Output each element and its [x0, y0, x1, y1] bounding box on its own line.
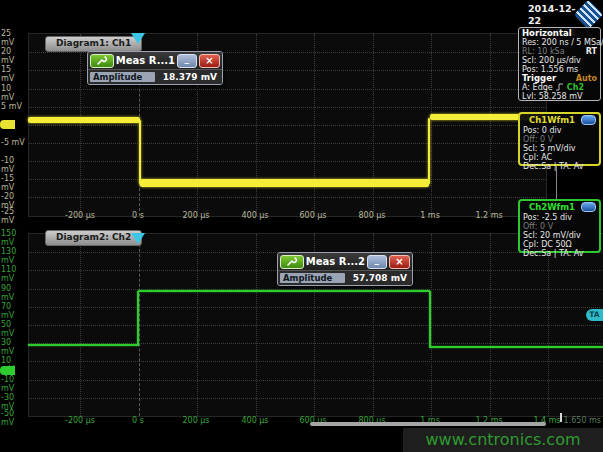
ch2-ground-marker[interactable]: C2	[0, 366, 15, 375]
y-axis-label: -5 mV	[1, 138, 26, 147]
pos-value: -2.5 div	[542, 213, 572, 222]
ch1-cpl-row: Cpl: AC	[523, 153, 596, 162]
gridline	[29, 361, 603, 362]
ch2-waveform-panel[interactable]: Ch2Wfm1 Pos: -2.5 div Off: 0 V Scl: 20 m…	[518, 199, 601, 253]
rl-value: 10 kSa	[537, 47, 564, 56]
ch1-trace-high-left	[28, 117, 140, 123]
trigger-a-label: A:	[522, 83, 530, 92]
horizontal-position-marker[interactable]	[560, 413, 562, 422]
x-axis-label: 200 µs	[182, 416, 209, 425]
meas2-param-label: Amplitude	[280, 273, 345, 283]
gridline	[80, 34, 81, 216]
ch1-dec-row: Dec:Sa | TA: Av	[523, 162, 596, 171]
gridline	[490, 234, 491, 416]
y-axis-label: -10 mV	[1, 156, 26, 174]
tab-diagram2[interactable]: Diagram2: Ch2	[45, 230, 142, 246]
ch1-pos-row: Pos: 0 div	[523, 126, 596, 135]
horizontal-scrollbar[interactable]	[310, 422, 546, 426]
meas1-result-row: Amplitude 18.379 mV	[88, 69, 222, 84]
gridline	[197, 234, 198, 416]
gridline	[314, 34, 315, 216]
rt-badge: RT	[586, 47, 597, 56]
cpl-label: Cpl:	[523, 240, 539, 249]
x-axis-label: 0 s	[132, 416, 144, 425]
off-value: 0 V	[540, 222, 553, 231]
tab-diagram1[interactable]: Diagram1: Ch1	[45, 36, 142, 52]
ch2-trace-low-right	[430, 346, 603, 348]
horizontal-panel-title: Horizontal	[522, 29, 597, 38]
ch1-ground-marker[interactable]: C1	[0, 120, 15, 129]
y-axis-label: 25 mV	[1, 29, 26, 47]
ch1-trace-falling-edge	[139, 120, 141, 184]
ch2-pos-row: Pos: -2.5 div	[523, 213, 596, 222]
x-axis-label: 1.2 ms	[475, 211, 502, 220]
gridline	[256, 34, 257, 216]
meas1-close-button[interactable]: ×	[199, 54, 220, 68]
meas2-value: 57.708 mV	[345, 273, 410, 283]
meas2-settings-button[interactable]	[280, 255, 304, 269]
meas1-minimize-button[interactable]: _	[177, 54, 197, 68]
gridline	[29, 307, 603, 308]
res-label: Res:	[522, 38, 539, 47]
y-axis-label: 50 mV	[1, 320, 26, 338]
panel-options-icon[interactable]	[581, 115, 596, 125]
oscilloscope-screen: 2014-12-22 03:55:44 25 mV 20 mV 15 mV 10…	[0, 0, 603, 452]
gridline	[431, 234, 432, 416]
off-label: Off:	[523, 135, 538, 144]
ch2-dec-row: Dec:Sa | TA: Av	[523, 249, 596, 258]
y-axis-label: 10 mV	[1, 84, 26, 102]
meas2-minimize-button[interactable]: _	[367, 255, 387, 269]
meas2-header: Meas R...2 _ ×	[278, 253, 412, 270]
gridline	[29, 380, 603, 381]
y-axis-label: 70 mV	[1, 302, 26, 320]
meas-result-popup-1[interactable]: Meas R...1 _ × Amplitude 18.379 mV	[87, 51, 223, 85]
ch2-off-row: Off: 0 V	[523, 222, 596, 231]
ch1-waveform-panel[interactable]: Ch1Wfm1 Pos: 0 div Off: 0 V Scl: 5 mV/di…	[518, 112, 601, 166]
cpl-value: DC 50Ω	[541, 240, 572, 249]
y-axis-label: -10 mV	[1, 375, 26, 393]
x-axis-label: -200 µs	[65, 416, 95, 425]
scl-label: Scl:	[522, 56, 536, 65]
gridline	[431, 34, 432, 216]
trigger-type: Edge	[533, 83, 553, 92]
gridline	[29, 161, 546, 162]
meas2-result-row: Amplitude 57.708 mV	[278, 270, 412, 285]
ch2-scl-row: Scl: 20 mV/div	[523, 231, 596, 240]
gridline	[29, 125, 546, 126]
y-axis-label: 90 mV	[1, 284, 26, 302]
scl-label: Scl:	[523, 144, 537, 153]
ch2-panel-header: Ch2Wfm1	[523, 202, 596, 212]
record-length-row: RTRL: 10 kSa	[522, 47, 597, 56]
meas-result-popup-2[interactable]: Meas R...2 _ × Amplitude 57.708 mV	[277, 252, 413, 286]
ch1-off-row: Off: 0 V	[523, 135, 596, 144]
meas2-title: Meas R...2	[306, 256, 365, 267]
trigger-a-row: A: Edge Ch2	[522, 83, 597, 92]
meas1-title: Meas R...1	[116, 55, 175, 66]
ch1-trace-low	[140, 179, 429, 187]
scl-value: 5 mV/div	[540, 144, 576, 153]
meas2-close-button[interactable]: ×	[389, 255, 410, 269]
pos-label: Pos:	[523, 126, 539, 135]
x-axis-end-label: 1.650 ms	[564, 416, 601, 425]
gridline	[373, 34, 374, 216]
scl-value: 200 µs/div	[539, 56, 581, 65]
panel-options-icon[interactable]	[581, 202, 596, 212]
trigger-position-marker[interactable]	[131, 233, 145, 244]
y-axis-label: 15 mV	[1, 65, 26, 83]
trigger-level-badge[interactable]: TA	[586, 309, 603, 321]
x-axis-label: 1 ms	[420, 211, 440, 220]
horizontal-settings-panel[interactable]: Horizontal Res: 200 ns / 5 MSa/s RTRL: 1…	[518, 27, 601, 101]
scl-label: Scl:	[523, 231, 537, 240]
gridline	[29, 89, 546, 90]
pos-label: Pos:	[523, 213, 539, 222]
meas1-settings-button[interactable]	[90, 54, 114, 68]
wrench-icon	[96, 55, 108, 66]
gridline	[29, 197, 546, 198]
y-axis-label: -25 mV	[1, 207, 26, 225]
trigger-position-marker[interactable]	[131, 33, 145, 44]
x-axis-label: 200 µs	[182, 211, 209, 220]
x-axis-label: 600 µs	[299, 211, 326, 220]
trigger-mode-badge: Auto	[576, 74, 597, 83]
edge-icon	[555, 83, 564, 91]
gridline-zero	[139, 234, 140, 416]
